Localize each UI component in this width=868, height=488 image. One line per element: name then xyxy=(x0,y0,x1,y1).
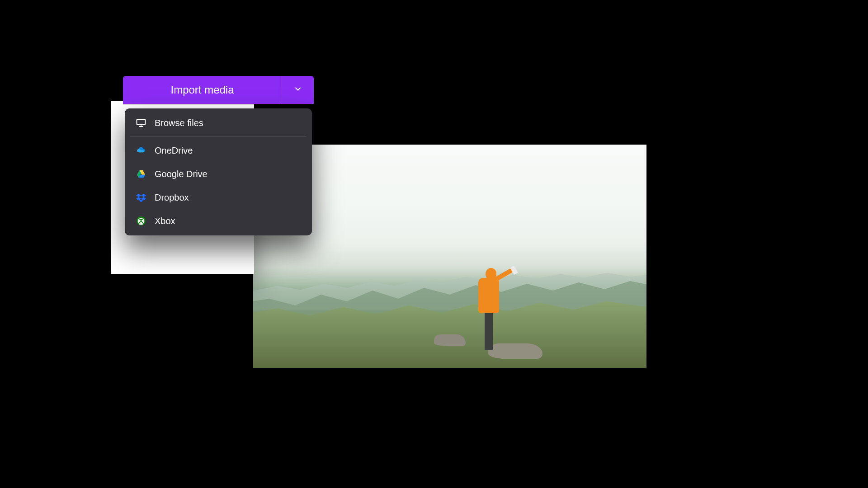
import-media-split-button: Import media xyxy=(123,76,314,104)
menu-item-label: Dropbox xyxy=(155,192,189,203)
rock xyxy=(434,334,466,346)
import-media-dropdown: Browse files OneDrive Google Drive xyxy=(125,108,312,235)
svg-marker-7 xyxy=(141,194,146,197)
menu-item-dropbox[interactable]: Dropbox xyxy=(125,186,312,209)
xbox-icon xyxy=(136,216,146,226)
menu-item-xbox[interactable]: Xbox xyxy=(125,209,312,233)
chevron-down-icon xyxy=(293,84,302,95)
onedrive-icon xyxy=(136,145,146,156)
person-figure xyxy=(475,264,502,350)
menu-item-label: Browse files xyxy=(155,118,203,128)
menu-item-onedrive[interactable]: OneDrive xyxy=(125,139,312,162)
svg-marker-10 xyxy=(139,199,143,202)
menu-item-google-drive[interactable]: Google Drive xyxy=(125,162,312,186)
google-drive-icon xyxy=(136,169,146,179)
svg-rect-0 xyxy=(137,119,146,125)
menu-divider xyxy=(130,136,307,137)
menu-item-label: OneDrive xyxy=(155,145,193,156)
menu-item-browse-files[interactable]: Browse files xyxy=(125,111,312,135)
monitor-icon xyxy=(136,117,146,128)
import-media-label: Import media xyxy=(170,84,234,96)
stage: Import media Browse files xyxy=(0,0,868,488)
dropbox-icon xyxy=(136,192,146,203)
svg-marker-6 xyxy=(136,194,141,197)
import-media-dropdown-toggle[interactable] xyxy=(282,76,314,104)
menu-item-label: Google Drive xyxy=(155,169,208,179)
import-media-button[interactable]: Import media xyxy=(123,76,282,104)
menu-item-label: Xbox xyxy=(155,216,175,226)
media-preview-image xyxy=(253,145,646,368)
